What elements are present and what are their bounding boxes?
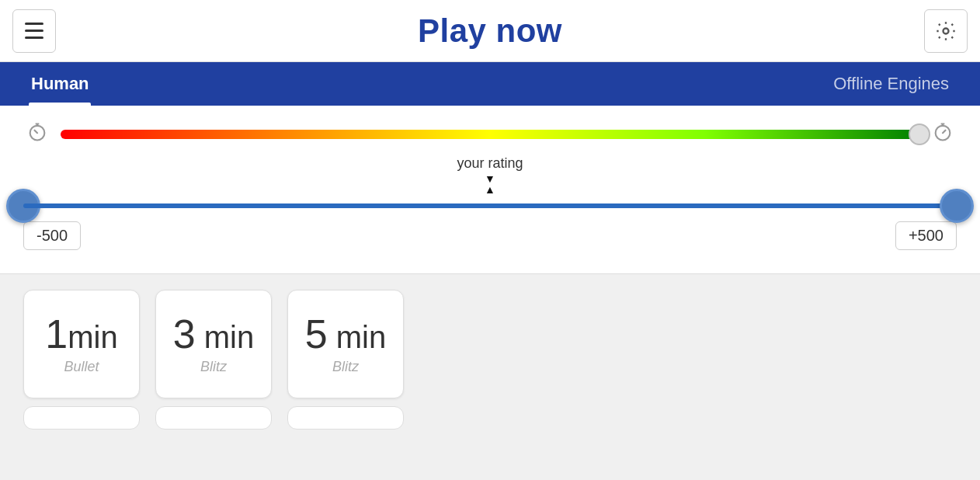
tab-bar: Human Offline Engines — [0, 62, 980, 106]
slider-thumb-right[interactable] — [940, 189, 974, 223]
range-labels: -500 +500 — [23, 221, 957, 250]
timer-right-icon — [929, 121, 957, 148]
slider-track-container — [23, 198, 957, 214]
card-label-blitz-3: Blitz — [200, 359, 227, 375]
card-time-bullet: 1min — [45, 314, 117, 354]
menu-line-1 — [25, 23, 43, 25]
card-time-blitz-5: 5 min — [305, 314, 387, 354]
gear-icon — [935, 20, 957, 42]
partial-card-1 — [23, 406, 140, 430]
game-card-blitz-3[interactable]: 3 min Blitz — [155, 290, 272, 398]
svg-point-0 — [944, 28, 949, 33]
range-label-left: -500 — [23, 221, 81, 250]
menu-line-3 — [25, 37, 43, 39]
slider-row — [23, 198, 957, 214]
partial-card-3 — [287, 406, 404, 430]
settings-button[interactable] — [924, 9, 968, 53]
timer-left-icon — [23, 121, 51, 148]
menu-line-2 — [25, 30, 43, 32]
range-label-right: +500 — [895, 221, 957, 250]
tab-human[interactable]: Human — [0, 62, 120, 106]
color-bar-row — [23, 121, 957, 148]
your-rating-arrow: ▼▲ — [23, 173, 957, 195]
cards-row: 1min Bullet 3 min Blitz 5 min Blitz — [23, 290, 957, 398]
game-card-bullet[interactable]: 1min Bullet — [23, 290, 140, 398]
page-title: Play now — [418, 12, 562, 50]
your-rating-label: your rating — [23, 155, 957, 172]
card-label-blitz-5: Blitz — [332, 359, 359, 375]
bottom-partial-cards — [23, 406, 957, 430]
rating-section: your rating ▼▲ -500 +500 — [0, 106, 980, 274]
slider-track — [23, 203, 957, 208]
header: Play now — [0, 0, 980, 62]
card-time-blitz-3: 3 min — [173, 314, 255, 354]
color-bar — [61, 130, 919, 139]
partial-card-2 — [155, 406, 272, 430]
tab-offline-engines[interactable]: Offline Engines — [802, 62, 980, 106]
cards-section: 1min Bullet 3 min Blitz 5 min Blitz — [0, 274, 980, 445]
color-bar-thumb[interactable] — [909, 123, 930, 145]
menu-button[interactable] — [12, 9, 56, 53]
card-label-bullet: Bullet — [64, 359, 99, 375]
game-card-blitz-5[interactable]: 5 min Blitz — [287, 290, 404, 398]
